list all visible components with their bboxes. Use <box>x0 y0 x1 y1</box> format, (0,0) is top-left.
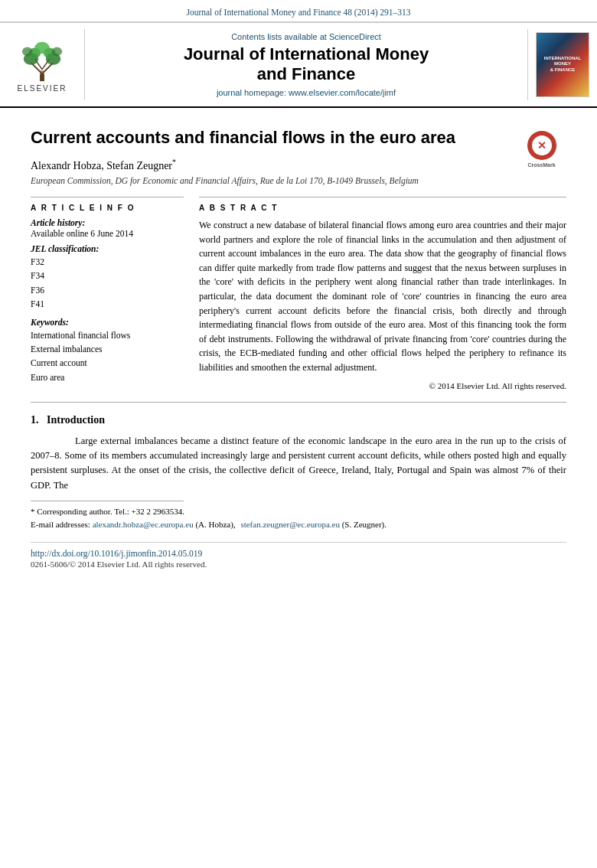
email1-link[interactable]: alexandr.hobza@ec.europa.eu <box>93 520 194 529</box>
contents-available-line: Contents lists available at ScienceDirec… <box>96 32 516 41</box>
footer-links: http://dx.doi.org/10.1016/j.jimonfin.201… <box>31 542 566 573</box>
elsevier-name: ELSEVIER <box>18 84 67 93</box>
crossmark-inner: ✕ <box>532 135 552 155</box>
journal-reference-bar: Journal of International Money and Finan… <box>0 0 597 22</box>
info-abstract-columns: A R T I C L E I N F O Article history: A… <box>31 197 566 390</box>
introduction-section-title: 1. Introduction <box>31 414 566 426</box>
jel-code-f32: F32 <box>31 255 184 269</box>
svg-point-10 <box>22 47 33 56</box>
article-title: Current accounts and financial flows in … <box>31 127 566 149</box>
section-number: 1. <box>31 414 39 426</box>
svg-point-9 <box>34 42 49 54</box>
homepage-prefix: journal homepage: <box>217 88 286 97</box>
journal-main-title: Journal of International Money and Finan… <box>96 44 516 85</box>
doi-link[interactable]: http://dx.doi.org/10.1016/j.jimonfin.201… <box>31 549 566 558</box>
section-title-text: Introduction <box>47 414 105 426</box>
footnotes-block: * Corresponding author. Tel.: +32 2 2963… <box>31 505 566 530</box>
jel-code-f41: F41 <box>31 297 184 311</box>
keywords-list: International financial flows External i… <box>31 328 184 385</box>
history-label: Article history: <box>31 218 184 227</box>
section-divider <box>31 402 566 403</box>
svg-rect-0 <box>40 73 44 81</box>
elsevier-logo: ELSEVIER <box>8 37 77 93</box>
email-line: E-mail addresses: alexandr.hobza@ec.euro… <box>31 518 566 531</box>
keyword-euro-area: Euro area <box>31 370 184 384</box>
keyword-current-account: Current account <box>31 356 184 370</box>
email2-link[interactable]: stefan.zeugner@ec.europa.eu <box>240 520 340 529</box>
journal-cover-image: INTERNATIONALMONEY& FINANCE <box>536 32 589 97</box>
jel-codes-list: F32 F34 F36 F41 <box>31 255 184 312</box>
crossmark-symbol: ✕ <box>537 139 546 152</box>
footnote-divider <box>31 501 184 501</box>
science-direct-label: ScienceDirect <box>329 32 381 41</box>
available-online-value: Available online 6 June 2014 <box>31 229 184 238</box>
article-title-text: Current accounts and financial flows in … <box>31 128 455 147</box>
keyword-external-imbalances: External imbalances <box>31 342 184 356</box>
contents-prefix: Contents lists available at <box>231 32 329 41</box>
authors-line: Alexandr Hobza, Stefan Zeugner* <box>31 158 566 172</box>
copyright-line: © 2014 Elsevier Ltd. All rights reserved… <box>199 381 566 390</box>
svg-point-12 <box>40 70 44 74</box>
affiliation-line: European Commission, DG for Economic and… <box>31 176 566 185</box>
svg-point-11 <box>52 47 63 56</box>
journal-header: ELSEVIER Contents lists available at Sci… <box>0 22 597 108</box>
jel-label: JEL classification: <box>31 244 184 253</box>
intro-text: Large external imbalances became a disti… <box>31 436 566 491</box>
keyword-intl-financial-flows: International financial flows <box>31 328 184 342</box>
issn-line: 0261-5606/© 2014 Elsevier Ltd. All right… <box>31 560 566 569</box>
homepage-url[interactable]: www.elsevier.com/locate/jimf <box>289 88 396 97</box>
corresponding-author-note: * Corresponding author. Tel.: +32 2 2963… <box>31 505 566 518</box>
journal-title-line2: and Finance <box>257 64 355 83</box>
elsevier-tree-icon <box>15 37 69 83</box>
main-content: Current accounts and financial flows in … <box>0 108 597 584</box>
article-info-column: A R T I C L E I N F O Article history: A… <box>31 197 184 390</box>
crossmark-circle: ✕ <box>527 131 556 160</box>
corresponding-author-marker: * <box>172 158 176 166</box>
journal-title-block: Contents lists available at ScienceDirec… <box>84 29 528 100</box>
journal-homepage: journal homepage: www.elsevier.com/locat… <box>96 88 516 97</box>
abstract-heading: A B S T R A C T <box>199 204 566 212</box>
abstract-column: A B S T R A C T We construct a new datab… <box>199 197 566 390</box>
crossmark-badge[interactable]: ✕ CrossMark <box>517 131 566 169</box>
abstract-text: We construct a new database of bilateral… <box>199 218 566 375</box>
crossmark-label: CrossMark <box>527 162 555 168</box>
journal-reference-link[interactable]: Journal of International Money and Finan… <box>186 8 410 17</box>
article-info-heading: A R T I C L E I N F O <box>31 204 184 212</box>
jel-code-f36: F36 <box>31 283 184 297</box>
jel-code-f34: F34 <box>31 269 184 282</box>
intro-indent <box>31 436 75 446</box>
email1-author: (A. Hobza), <box>195 520 235 529</box>
keywords-label: Keywords: <box>31 318 184 327</box>
email2-author: (S. Zeugner). <box>342 520 387 529</box>
introduction-paragraph-1: Large external imbalances became a disti… <box>31 434 566 494</box>
authors-text: Alexandr Hobza, Stefan Zeugner <box>31 160 172 171</box>
cover-text: INTERNATIONALMONEY& FINANCE <box>544 56 582 73</box>
email-label: E-mail addresses: <box>31 520 93 529</box>
journal-title-line1: Journal of International Money <box>184 44 429 64</box>
